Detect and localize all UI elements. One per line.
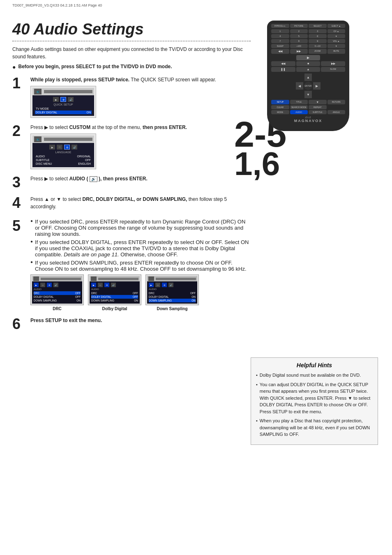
step-2-number: 2: [12, 124, 27, 138]
remote-angle-btn[interactable]: ANGLE: [327, 110, 346, 114]
remote-ffw-btn[interactable]: ▶▶: [321, 61, 345, 66]
remote-btn-1[interactable]: 1: [271, 29, 289, 33]
remote-mode-btn[interactable]: MODE: [271, 110, 289, 114]
step-1-menu: ▶ ⚙ 🔊 QUICK SETUP TV MODE DOLBY DIGITALO…: [32, 95, 94, 116]
remote-btn-7[interactable]: 7: [271, 39, 289, 43]
remote-title-btn[interactable]: TITLE: [290, 100, 308, 104]
screen-drc-display: ▶ □ ⚙ 🔊 AUDIO DRCOFF DOLBY DIGITALOFF DO…: [30, 274, 84, 305]
screen-dolby-inner: ▶ □ ⚙ 🔊 AUDIO DRCOFF DOLBY DIGITALOFF DO…: [90, 281, 140, 304]
step-5-bullet-3: If you selected DOWN SAMPLING, press ENT…: [30, 260, 251, 272]
remote-picture-btn[interactable]: PICTURE: [290, 24, 308, 28]
remote-select-btn[interactable]: SELECT: [309, 24, 327, 28]
screen-drc: ▶ □ ⚙ 🔊 AUDIO DRCOFF DOLBY DIGITALOFF DO…: [30, 274, 84, 311]
remote-ch-dn-btn[interactable]: ▼: [327, 34, 346, 38]
remote-pause-btn[interactable]: ❚❚: [271, 67, 295, 72]
remote-searchmode-btn[interactable]: SEARCH MODE: [290, 105, 308, 109]
step-2-menu: ▶ □ ⚙ 🔊 LANGUAGE AUDIOORIGINAL SUBTITLEO…: [32, 143, 94, 167]
remote-zoom-btn[interactable]: ZOOM: [309, 49, 327, 54]
remote-eject-btn[interactable]: EJECT ▲: [327, 24, 346, 28]
remote-nav-right[interactable]: ▶: [313, 82, 321, 90]
header-left: TD007_9MDPF20_V3.QX33 04.2.18 1:51 AM Pa…: [12, 3, 102, 7]
hints-list: Dolby Digital sound must be available on…: [256, 372, 373, 438]
screen-downsampling-display: ▶ □ ⚙ 🔊 AUDIO DRCOFF DOLBY DIGITALON DOW…: [145, 274, 199, 305]
remote-down2-btn[interactable]: ▼: [309, 100, 327, 104]
remote-vol-up-btn[interactable]: VOL ▲: [327, 39, 346, 43]
step-5-content: If you selected DRC, press ENTER repeate…: [30, 219, 251, 311]
remote-btn-8[interactable]: 8: [290, 39, 308, 43]
step-3-content: Press ▶ to select AUDIO ( 🔊 ), then pres…: [30, 175, 251, 185]
step-1-content: While play is stopped, press SETUP twice…: [30, 76, 251, 118]
remote-clear-btn[interactable]: CLEAR: [271, 105, 289, 109]
remote-nav-left[interactable]: ◀: [296, 82, 303, 90]
remote-logo-dvd: dvd: [305, 116, 311, 119]
title-divider: [12, 41, 251, 41]
remote-play-btn[interactable]: ▶: [296, 55, 321, 60]
step-6: 6 Press SETUP to exit the menu.: [12, 317, 251, 332]
screen-drc-inner: ▶ □ ⚙ 🔊 AUDIO DRCOFF DOLBY DIGITALOFF DO…: [32, 281, 82, 304]
before-note: Before you begin, press SELECT to put th…: [12, 64, 251, 70]
screen-downsampling-inner: ▶ □ ⚙ 🔊 AUDIO DRCOFF DOLBY DIGITALON DOW…: [147, 281, 197, 304]
step-6-content: Press SETUP to exit the menu.: [30, 317, 251, 327]
remote-btn-9[interactable]: 9: [309, 39, 327, 43]
step-4-number: 4: [12, 196, 27, 210]
remote-ch-up-btn[interactable]: CH ▲: [327, 29, 346, 33]
remote-progdown-btn[interactable]: P/PROG∨∧: [271, 24, 289, 28]
step-5: 5 If you selected DRC, press ENTER repea…: [12, 219, 251, 311]
step-6-text: Press SETUP to exit the menu.: [30, 317, 251, 324]
remote-skip-back-btn[interactable]: ◀◀: [271, 49, 289, 54]
remote-vol-dn-btn[interactable]: ▼: [327, 44, 346, 48]
step-1-number: 1: [12, 76, 27, 91]
remote-subtitle-btn[interactable]: SUBTITLE: [309, 110, 327, 114]
step-5-number: 5: [12, 219, 27, 233]
remote-nav-down[interactable]: ▼: [304, 91, 312, 98]
remote-skip-fwd-btn[interactable]: ▶▶: [290, 49, 308, 54]
step-6-number: 6: [12, 317, 27, 332]
step-1-screen: 📺 ▶ ⚙ 🔊 QUICK SETUP TV MODE DOLBY DIGITA…: [30, 86, 96, 118]
remote-enter-btn[interactable]: ENTER: [304, 82, 312, 90]
hint-1: Dolby Digital sound must be available on…: [256, 372, 373, 379]
step-5-screens: ▶ □ ⚙ 🔊 AUDIO DRCOFF DOLBY DIGITALOFF DO…: [30, 274, 251, 311]
remote-btn-2[interactable]: 2: [290, 29, 308, 33]
remote-control: P/PROG∨∧ PICTURE SELECT EJECT ▲ 1 2 3 CH…: [247, 21, 370, 131]
step-1-text: While play is stopped, press SETUP twice…: [30, 76, 251, 83]
step-5-bullet-2: If you selected DOLBY DIGITAL, press ENT…: [30, 239, 251, 258]
step-2: 2 Press ▶ to select CUSTOM at the top of…: [12, 124, 251, 169]
hint-3: When you play a Disc that has copyright …: [256, 417, 373, 438]
remote-slow-btn[interactable]: SLOW: [321, 67, 345, 72]
remote-sleep-btn[interactable]: SLEEP: [271, 44, 289, 48]
remote-btn-5[interactable]: 5: [290, 34, 308, 38]
remote-mute-btn[interactable]: MUTE: [327, 49, 346, 54]
screen-dolby-label: Dolby Digital: [102, 306, 127, 311]
step-2-text: Press ▶ to select CUSTOM at the top of t…: [30, 124, 251, 131]
step-3-number: 3: [12, 175, 27, 190]
screen-downsampling: ▶ □ ⚙ 🔊 AUDIO DRCOFF DOLBY DIGITALON DOW…: [145, 274, 199, 311]
screen-dolby-display: ▶ □ ⚙ 🔊 AUDIO DRCOFF DOLBY DIGITALOFF DO…: [88, 274, 141, 305]
step-3: 3 Press ▶ to select AUDIO ( 🔊 ), then pr…: [12, 175, 251, 190]
remote-btn-3[interactable]: 3: [309, 29, 327, 33]
remote-audio-btn[interactable]: AUDIO: [290, 110, 308, 114]
remote-btn-6[interactable]: 6: [309, 34, 327, 38]
step-1: 1 While play is stopped, press SETUP twi…: [12, 76, 251, 118]
remote-btn-4[interactable]: 4: [271, 34, 289, 38]
remote-stop-btn[interactable]: ■: [296, 61, 321, 66]
page-title: 40 Audio Settings: [12, 21, 251, 38]
remote-setup-btn[interactable]: SETUP: [271, 100, 289, 104]
step-4-content: Press ▲ or ▼ to select DRC, DOLBY DIGITA…: [30, 196, 251, 213]
hint-2: You can adjust DOLBY DIGITAL in the QUIC…: [256, 381, 373, 415]
step-2-content: Press ▶ to select CUSTOM at the top of t…: [30, 124, 251, 169]
remote-btn-0[interactable]: 0 +10: [309, 44, 327, 48]
remote-nav-up[interactable]: ▲: [304, 74, 312, 81]
remote-up-btn[interactable]: ▲: [296, 67, 321, 72]
remote-rew-btn[interactable]: ◀◀: [271, 61, 295, 66]
intro-paragraph: Change Audio settings based on other equ…: [12, 46, 251, 60]
remote-plus100-btn[interactable]: +100: [290, 44, 308, 48]
remote-return-btn[interactable]: RETURN: [327, 100, 346, 104]
remote-repeat-btn[interactable]: REPEAT: [309, 105, 327, 109]
step-5-bullet-1: If you selected DRC, press ENTER repeate…: [30, 219, 251, 237]
step-4: 4 Press ▲ or ▼ to select DRC, DOLBY DIGI…: [12, 196, 251, 213]
page-header: TD007_9MDPF20_V3.QX33 04.2.18 1:51 AM Pa…: [12, 3, 380, 7]
remote-body: P/PROG∨∧ PICTURE SELECT EJECT ▲ 1 2 3 CH…: [267, 21, 349, 131]
screen-downsampling-label: Down Sampling: [157, 306, 188, 311]
step-2-screen: 📺 ▶ □ ⚙ 🔊 LANGUAGE AUDIOORIGINAL: [30, 134, 96, 169]
remote-body-container: P/PROG∨∧ PICTURE SELECT EJECT ▲ 1 2 3 CH…: [263, 21, 353, 131]
